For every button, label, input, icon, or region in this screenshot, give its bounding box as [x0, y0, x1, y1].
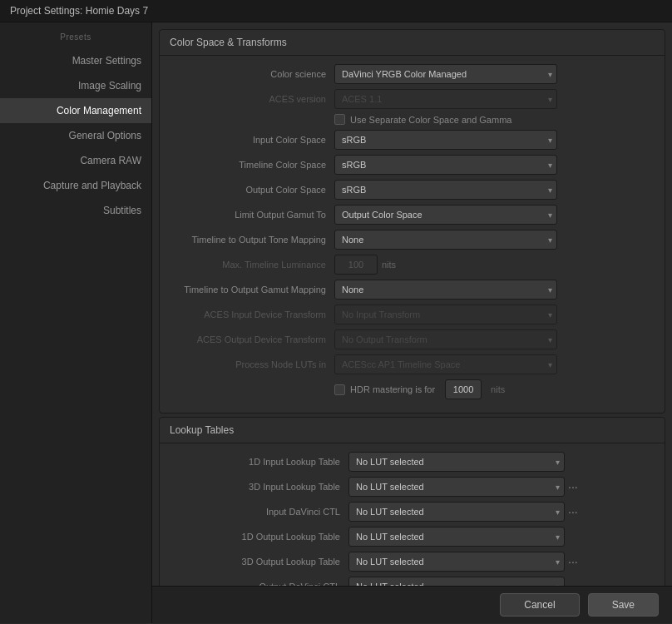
process-node-luts-select[interactable]: ACEScc AP1 Timeline Space [334, 354, 557, 374]
timeline-color-space-label: Timeline Color Space [170, 160, 334, 170]
input-color-space-select-wrapper: sRGB ▾ [334, 130, 557, 150]
sidebar-item-image-scaling[interactable]: Image Scaling [0, 73, 151, 98]
color-space-panel-header: Color Space & Transforms [160, 30, 665, 56]
timeline-output-tone-select[interactable]: None [334, 230, 557, 250]
limit-output-gamut-select-wrapper: Output Color Space ▾ [334, 205, 557, 225]
lut-1d-input-select-wrapper: No LUT selected ▾ [348, 452, 565, 472]
hdr-mastering-field: HDR mastering is for nits [334, 379, 505, 399]
lut-1d-output-row: 1D Output Lookup Table No LUT selected ▾ [170, 527, 655, 547]
sidebar-item-camera-raw[interactable]: Camera RAW [0, 148, 151, 173]
color-science-row: Color science DaVinci YRGB Color Managed… [170, 64, 655, 84]
sidebar-item-capture-playback[interactable]: Capture and Playback [0, 173, 151, 198]
aces-version-row: ACES version ACES 1.1 ▾ [170, 89, 655, 109]
output-color-space-select-wrapper: sRGB ▾ [334, 180, 557, 200]
aces-output-select-wrapper: No Output Transform ▾ [334, 329, 557, 349]
color-science-select[interactable]: DaVinci YRGB Color Managed [334, 64, 557, 84]
lut-3d-input-label: 3D Input Lookup Table [170, 482, 348, 492]
aces-version-label: ACES version [170, 94, 334, 104]
lut-output-ctl-select-wrapper: No LUT selected ▾ [348, 577, 565, 586]
color-science-select-wrapper: DaVinci YRGB Color Managed ▾ [334, 64, 557, 84]
timeline-color-space-row: Timeline Color Space sRGB ▾ [170, 155, 655, 175]
lut-output-ctl-select[interactable]: No LUT selected [348, 577, 565, 586]
lookup-tables-panel: Lookup Tables 1D Input Lookup Table No L… [159, 417, 665, 586]
aces-version-select[interactable]: ACES 1.1 [334, 89, 557, 109]
lut-3d-input-row: 3D Input Lookup Table No LUT selected ▾ … [170, 477, 655, 497]
lut-3d-output-dots-button[interactable]: ··· [565, 555, 581, 568]
output-color-space-label: Output Color Space [170, 185, 334, 195]
timeline-output-gamut-select[interactable]: None [334, 280, 557, 300]
aces-output-select[interactable]: No Output Transform [334, 329, 557, 349]
lut-1d-output-label: 1D Output Lookup Table [170, 532, 348, 542]
max-timeline-luminance-input[interactable] [334, 255, 378, 275]
lut-input-ctl-row: Input DaVinci CTL No LUT selected ▾ ··· [170, 502, 655, 522]
limit-output-gamut-row: Limit Output Gamut To Output Color Space… [170, 205, 655, 225]
hdr-mastering-input[interactable] [445, 379, 482, 399]
input-color-space-row: Input Color Space sRGB ▾ [170, 130, 655, 150]
separate-color-space-row: Use Separate Color Space and Gamma [170, 114, 655, 125]
lut-output-ctl-row: Output DaVinci CTL No LUT selected ▾ ··· [170, 577, 655, 586]
timeline-output-tone-select-wrapper: None ▾ [334, 230, 557, 250]
lut-input-ctl-dots-button[interactable]: ··· [565, 505, 581, 518]
separate-color-space-checkbox[interactable] [334, 114, 345, 125]
sidebar: Presets Master Settings Image Scaling Co… [0, 22, 152, 623]
lut-3d-input-dots-button[interactable]: ··· [565, 480, 581, 493]
lut-1d-output-select[interactable]: No LUT selected [348, 527, 565, 547]
input-color-space-label: Input Color Space [170, 135, 334, 145]
lut-3d-output-row: 3D Output Lookup Table No LUT selected ▾… [170, 552, 655, 572]
lut-3d-output-select-wrapper: No LUT selected ▾ [348, 552, 565, 572]
sidebar-item-master-settings[interactable]: Master Settings [0, 48, 151, 73]
color-space-panel: Color Space & Transforms Color science D… [159, 29, 665, 414]
hdr-mastering-checkbox[interactable] [334, 384, 345, 395]
timeline-color-space-select[interactable]: sRGB [334, 155, 557, 175]
timeline-output-tone-label: Timeline to Output Tone Mapping [170, 235, 334, 245]
hdr-mastering-unit: nits [491, 384, 505, 394]
lut-input-ctl-select[interactable]: No LUT selected [348, 502, 565, 522]
hdr-mastering-label: HDR mastering is for [350, 384, 435, 394]
sidebar-item-subtitles[interactable]: Subtitles [0, 198, 151, 223]
lut-3d-input-select[interactable]: No LUT selected [348, 477, 565, 497]
sidebar-item-color-management[interactable]: Color Management [0, 98, 151, 123]
input-color-space-select[interactable]: sRGB [334, 130, 557, 150]
aces-output-row: ACES Output Device Transform No Output T… [170, 329, 655, 349]
hdr-mastering-row: HDR mastering is for nits [170, 379, 655, 399]
window-title: Project Settings: Homie Days 7 [10, 5, 148, 17]
separate-color-space-label: Use Separate Color Space and Gamma [350, 115, 511, 125]
process-node-luts-select-wrapper: ACEScc AP1 Timeline Space ▾ [334, 354, 557, 374]
aces-version-select-wrapper: ACES 1.1 ▾ [334, 89, 557, 109]
lut-input-ctl-select-wrapper: No LUT selected ▾ [348, 502, 565, 522]
timeline-color-space-select-wrapper: sRGB ▾ [334, 155, 557, 175]
max-timeline-luminance-row: Max. Timeline Luminance nits [170, 255, 655, 275]
aces-input-row: ACES Input Device Transform No Input Tra… [170, 305, 655, 324]
lut-1d-input-row: 1D Input Lookup Table No LUT selected ▾ [170, 452, 655, 472]
lut-input-ctl-label: Input DaVinci CTL [170, 507, 348, 517]
lut-3d-output-label: 3D Output Lookup Table [170, 557, 348, 567]
separate-color-space-field: Use Separate Color Space and Gamma [334, 114, 511, 125]
lut-output-ctl-dots-button[interactable]: ··· [565, 580, 581, 586]
aces-input-label: ACES Input Device Transform [170, 310, 334, 319]
process-node-luts-label: Process Node LUTs in [170, 359, 334, 369]
timeline-output-tone-row: Timeline to Output Tone Mapping None ▾ [170, 230, 655, 250]
timeline-output-gamut-label: Timeline to Output Gamut Mapping [170, 285, 334, 295]
lut-3d-output-select[interactable]: No LUT selected [348, 552, 565, 572]
max-timeline-luminance-unit: nits [382, 260, 396, 270]
lut-3d-input-select-wrapper: No LUT selected ▾ [348, 477, 565, 497]
aces-output-label: ACES Output Device Transform [170, 334, 334, 344]
max-timeline-luminance-label: Max. Timeline Luminance [170, 260, 334, 270]
lookup-tables-panel-header: Lookup Tables [160, 418, 665, 443]
lut-1d-input-label: 1D Input Lookup Table [170, 457, 348, 467]
bottom-bar: Cancel Save [152, 586, 672, 623]
color-science-label: Color science [170, 69, 334, 79]
aces-input-select[interactable]: No Input Transform [334, 305, 557, 324]
output-color-space-row: Output Color Space sRGB ▾ [170, 180, 655, 200]
cancel-button[interactable]: Cancel [500, 593, 579, 617]
lut-1d-input-select[interactable]: No LUT selected [348, 452, 565, 472]
sidebar-item-general-options[interactable]: General Options [0, 123, 151, 148]
sidebar-section-label: Presets [0, 29, 151, 48]
process-node-luts-row: Process Node LUTs in ACEScc AP1 Timeline… [170, 354, 655, 374]
output-color-space-select[interactable]: sRGB [334, 180, 557, 200]
aces-input-select-wrapper: No Input Transform ▾ [334, 305, 557, 324]
limit-output-gamut-select[interactable]: Output Color Space [334, 205, 557, 225]
timeline-output-gamut-select-wrapper: None ▾ [334, 280, 557, 300]
save-button[interactable]: Save [588, 593, 659, 617]
title-bar: Project Settings: Homie Days 7 [0, 0, 672, 22]
